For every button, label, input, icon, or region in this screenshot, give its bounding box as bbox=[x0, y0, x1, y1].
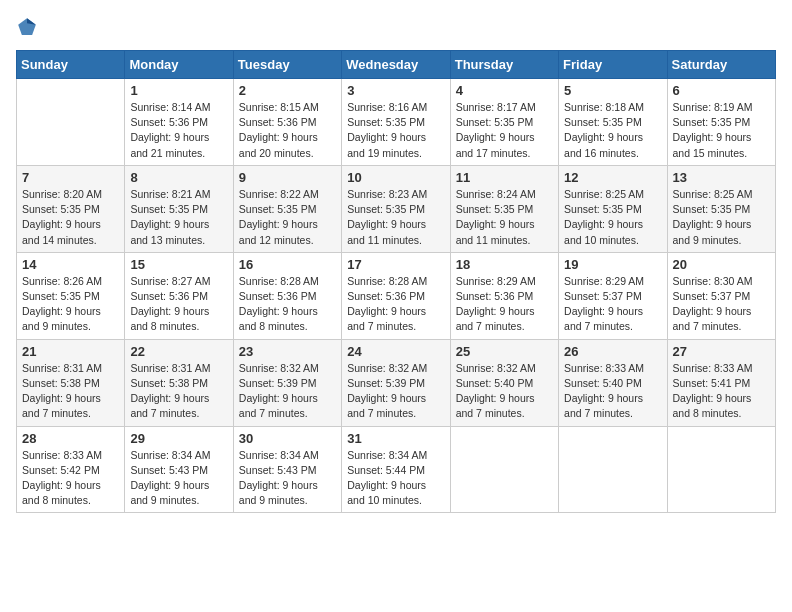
day-info: Sunrise: 8:28 AM Sunset: 5:36 PM Dayligh… bbox=[347, 274, 444, 335]
calendar-body: 1Sunrise: 8:14 AM Sunset: 5:36 PM Daylig… bbox=[17, 79, 776, 513]
calendar-cell: 30Sunrise: 8:34 AM Sunset: 5:43 PM Dayli… bbox=[233, 426, 341, 513]
calendar-cell: 5Sunrise: 8:18 AM Sunset: 5:35 PM Daylig… bbox=[559, 79, 667, 166]
day-info: Sunrise: 8:21 AM Sunset: 5:35 PM Dayligh… bbox=[130, 187, 227, 248]
day-info: Sunrise: 8:30 AM Sunset: 5:37 PM Dayligh… bbox=[673, 274, 770, 335]
calendar-cell: 31Sunrise: 8:34 AM Sunset: 5:44 PM Dayli… bbox=[342, 426, 450, 513]
day-info: Sunrise: 8:15 AM Sunset: 5:36 PM Dayligh… bbox=[239, 100, 336, 161]
day-info: Sunrise: 8:34 AM Sunset: 5:43 PM Dayligh… bbox=[130, 448, 227, 509]
day-info: Sunrise: 8:18 AM Sunset: 5:35 PM Dayligh… bbox=[564, 100, 661, 161]
calendar-header: SundayMondayTuesdayWednesdayThursdayFrid… bbox=[17, 51, 776, 79]
day-info: Sunrise: 8:32 AM Sunset: 5:39 PM Dayligh… bbox=[239, 361, 336, 422]
day-info: Sunrise: 8:19 AM Sunset: 5:35 PM Dayligh… bbox=[673, 100, 770, 161]
calendar-cell: 27Sunrise: 8:33 AM Sunset: 5:41 PM Dayli… bbox=[667, 339, 775, 426]
calendar-week-2: 14Sunrise: 8:26 AM Sunset: 5:35 PM Dayli… bbox=[17, 252, 776, 339]
day-number: 18 bbox=[456, 257, 553, 272]
day-number: 5 bbox=[564, 83, 661, 98]
day-info: Sunrise: 8:16 AM Sunset: 5:35 PM Dayligh… bbox=[347, 100, 444, 161]
calendar-cell: 9Sunrise: 8:22 AM Sunset: 5:35 PM Daylig… bbox=[233, 165, 341, 252]
calendar-cell: 14Sunrise: 8:26 AM Sunset: 5:35 PM Dayli… bbox=[17, 252, 125, 339]
day-info: Sunrise: 8:24 AM Sunset: 5:35 PM Dayligh… bbox=[456, 187, 553, 248]
day-info: Sunrise: 8:34 AM Sunset: 5:43 PM Dayligh… bbox=[239, 448, 336, 509]
calendar-cell: 4Sunrise: 8:17 AM Sunset: 5:35 PM Daylig… bbox=[450, 79, 558, 166]
day-number: 9 bbox=[239, 170, 336, 185]
day-info: Sunrise: 8:17 AM Sunset: 5:35 PM Dayligh… bbox=[456, 100, 553, 161]
calendar-cell: 29Sunrise: 8:34 AM Sunset: 5:43 PM Dayli… bbox=[125, 426, 233, 513]
weekday-header-friday: Friday bbox=[559, 51, 667, 79]
day-number: 12 bbox=[564, 170, 661, 185]
calendar-cell: 24Sunrise: 8:32 AM Sunset: 5:39 PM Dayli… bbox=[342, 339, 450, 426]
day-info: Sunrise: 8:33 AM Sunset: 5:40 PM Dayligh… bbox=[564, 361, 661, 422]
calendar-cell: 7Sunrise: 8:20 AM Sunset: 5:35 PM Daylig… bbox=[17, 165, 125, 252]
calendar-cell: 3Sunrise: 8:16 AM Sunset: 5:35 PM Daylig… bbox=[342, 79, 450, 166]
day-info: Sunrise: 8:31 AM Sunset: 5:38 PM Dayligh… bbox=[130, 361, 227, 422]
day-info: Sunrise: 8:32 AM Sunset: 5:39 PM Dayligh… bbox=[347, 361, 444, 422]
calendar-cell: 6Sunrise: 8:19 AM Sunset: 5:35 PM Daylig… bbox=[667, 79, 775, 166]
calendar-cell: 25Sunrise: 8:32 AM Sunset: 5:40 PM Dayli… bbox=[450, 339, 558, 426]
calendar-cell: 18Sunrise: 8:29 AM Sunset: 5:36 PM Dayli… bbox=[450, 252, 558, 339]
day-info: Sunrise: 8:31 AM Sunset: 5:38 PM Dayligh… bbox=[22, 361, 119, 422]
calendar-cell: 13Sunrise: 8:25 AM Sunset: 5:35 PM Dayli… bbox=[667, 165, 775, 252]
calendar-cell: 11Sunrise: 8:24 AM Sunset: 5:35 PM Dayli… bbox=[450, 165, 558, 252]
day-number: 25 bbox=[456, 344, 553, 359]
calendar-cell: 19Sunrise: 8:29 AM Sunset: 5:37 PM Dayli… bbox=[559, 252, 667, 339]
calendar-week-0: 1Sunrise: 8:14 AM Sunset: 5:36 PM Daylig… bbox=[17, 79, 776, 166]
day-number: 21 bbox=[22, 344, 119, 359]
day-info: Sunrise: 8:27 AM Sunset: 5:36 PM Dayligh… bbox=[130, 274, 227, 335]
weekday-header-tuesday: Tuesday bbox=[233, 51, 341, 79]
calendar-cell: 16Sunrise: 8:28 AM Sunset: 5:36 PM Dayli… bbox=[233, 252, 341, 339]
weekday-header-wednesday: Wednesday bbox=[342, 51, 450, 79]
day-number: 28 bbox=[22, 431, 119, 446]
calendar-cell: 15Sunrise: 8:27 AM Sunset: 5:36 PM Dayli… bbox=[125, 252, 233, 339]
calendar-cell bbox=[667, 426, 775, 513]
logo-icon bbox=[16, 16, 38, 38]
header bbox=[16, 16, 776, 38]
day-number: 7 bbox=[22, 170, 119, 185]
day-info: Sunrise: 8:20 AM Sunset: 5:35 PM Dayligh… bbox=[22, 187, 119, 248]
day-info: Sunrise: 8:33 AM Sunset: 5:42 PM Dayligh… bbox=[22, 448, 119, 509]
day-number: 16 bbox=[239, 257, 336, 272]
day-number: 17 bbox=[347, 257, 444, 272]
calendar-cell: 10Sunrise: 8:23 AM Sunset: 5:35 PM Dayli… bbox=[342, 165, 450, 252]
day-number: 26 bbox=[564, 344, 661, 359]
calendar-week-4: 28Sunrise: 8:33 AM Sunset: 5:42 PM Dayli… bbox=[17, 426, 776, 513]
calendar-cell: 23Sunrise: 8:32 AM Sunset: 5:39 PM Dayli… bbox=[233, 339, 341, 426]
day-info: Sunrise: 8:22 AM Sunset: 5:35 PM Dayligh… bbox=[239, 187, 336, 248]
day-info: Sunrise: 8:25 AM Sunset: 5:35 PM Dayligh… bbox=[673, 187, 770, 248]
day-number: 14 bbox=[22, 257, 119, 272]
day-info: Sunrise: 8:25 AM Sunset: 5:35 PM Dayligh… bbox=[564, 187, 661, 248]
day-info: Sunrise: 8:29 AM Sunset: 5:36 PM Dayligh… bbox=[456, 274, 553, 335]
day-number: 23 bbox=[239, 344, 336, 359]
weekday-header-monday: Monday bbox=[125, 51, 233, 79]
calendar-cell bbox=[17, 79, 125, 166]
calendar-cell: 1Sunrise: 8:14 AM Sunset: 5:36 PM Daylig… bbox=[125, 79, 233, 166]
calendar-cell: 28Sunrise: 8:33 AM Sunset: 5:42 PM Dayli… bbox=[17, 426, 125, 513]
calendar-cell: 2Sunrise: 8:15 AM Sunset: 5:36 PM Daylig… bbox=[233, 79, 341, 166]
day-number: 4 bbox=[456, 83, 553, 98]
day-info: Sunrise: 8:29 AM Sunset: 5:37 PM Dayligh… bbox=[564, 274, 661, 335]
day-number: 2 bbox=[239, 83, 336, 98]
calendar-cell: 17Sunrise: 8:28 AM Sunset: 5:36 PM Dayli… bbox=[342, 252, 450, 339]
day-number: 30 bbox=[239, 431, 336, 446]
day-number: 6 bbox=[673, 83, 770, 98]
calendar-cell bbox=[559, 426, 667, 513]
day-number: 15 bbox=[130, 257, 227, 272]
day-info: Sunrise: 8:26 AM Sunset: 5:35 PM Dayligh… bbox=[22, 274, 119, 335]
day-number: 24 bbox=[347, 344, 444, 359]
day-info: Sunrise: 8:14 AM Sunset: 5:36 PM Dayligh… bbox=[130, 100, 227, 161]
weekday-header-row: SundayMondayTuesdayWednesdayThursdayFrid… bbox=[17, 51, 776, 79]
day-number: 31 bbox=[347, 431, 444, 446]
calendar-cell: 8Sunrise: 8:21 AM Sunset: 5:35 PM Daylig… bbox=[125, 165, 233, 252]
day-info: Sunrise: 8:32 AM Sunset: 5:40 PM Dayligh… bbox=[456, 361, 553, 422]
day-number: 29 bbox=[130, 431, 227, 446]
calendar-cell: 21Sunrise: 8:31 AM Sunset: 5:38 PM Dayli… bbox=[17, 339, 125, 426]
calendar-cell: 20Sunrise: 8:30 AM Sunset: 5:37 PM Dayli… bbox=[667, 252, 775, 339]
weekday-header-saturday: Saturday bbox=[667, 51, 775, 79]
calendar-cell: 12Sunrise: 8:25 AM Sunset: 5:35 PM Dayli… bbox=[559, 165, 667, 252]
day-number: 1 bbox=[130, 83, 227, 98]
day-info: Sunrise: 8:33 AM Sunset: 5:41 PM Dayligh… bbox=[673, 361, 770, 422]
day-number: 8 bbox=[130, 170, 227, 185]
day-info: Sunrise: 8:28 AM Sunset: 5:36 PM Dayligh… bbox=[239, 274, 336, 335]
day-number: 19 bbox=[564, 257, 661, 272]
day-number: 10 bbox=[347, 170, 444, 185]
weekday-header-sunday: Sunday bbox=[17, 51, 125, 79]
